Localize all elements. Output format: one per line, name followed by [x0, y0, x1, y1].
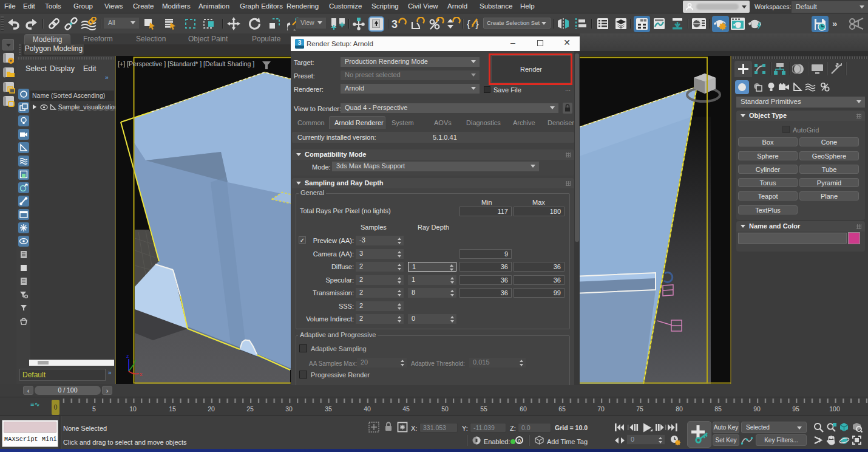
svg-text:75: 75: [636, 405, 643, 413]
svg-text:100: 100: [829, 405, 840, 413]
svg-text:5: 5: [92, 405, 96, 413]
svg-text:85: 85: [714, 405, 722, 413]
svg-text:65: 65: [558, 405, 566, 413]
svg-text:10: 10: [129, 405, 137, 413]
svg-text:40: 40: [364, 405, 371, 413]
svg-text:30: 30: [285, 405, 293, 413]
svg-text:50: 50: [441, 405, 449, 413]
svg-text:{: {: [467, 18, 470, 30]
svg-text:70: 70: [597, 405, 605, 413]
svg-text:45: 45: [402, 405, 410, 413]
svg-text:90: 90: [753, 405, 761, 413]
svg-text:15: 15: [169, 405, 176, 413]
svg-text:60: 60: [520, 405, 527, 413]
svg-text:[+] [Perspective ] [Standard*: [+] [Perspective ] [Standard* ] [Default…: [118, 60, 254, 67]
svg-text:y: y: [134, 358, 137, 364]
svg-text:20: 20: [208, 405, 215, 413]
svg-text:55: 55: [480, 405, 487, 413]
svg-text:x: x: [140, 371, 143, 377]
svg-text:80: 80: [676, 405, 683, 413]
svg-text:3: 3: [392, 18, 398, 30]
svg-text:35: 35: [325, 405, 332, 413]
svg-text:95: 95: [792, 405, 799, 413]
svg-text:25: 25: [246, 405, 254, 413]
svg-text:z: z: [126, 353, 129, 359]
